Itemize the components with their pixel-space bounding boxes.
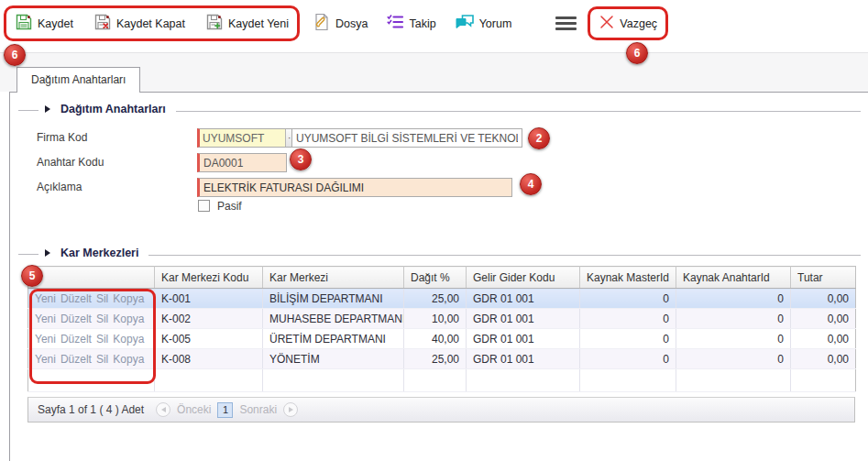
duzelt-link[interactable]: Düzelt (60, 313, 92, 325)
comments-icon (455, 13, 475, 34)
cell-masterid: 0 (580, 289, 676, 309)
save-new-icon (205, 13, 224, 34)
col-header-kar-merkezi[interactable]: Kar Merkezi (263, 267, 404, 289)
pasif-checkbox[interactable] (198, 200, 210, 212)
sil-link[interactable]: Sil (96, 333, 108, 346)
cell-dagit: 40,00 (404, 329, 467, 349)
annotation-badge-6-left: 6 (4, 44, 26, 66)
kar-merkezleri-grid: Kar Merkezi Kodu Kar Merkezi Dağıt % Gel… (27, 266, 856, 392)
yeni-link[interactable]: Yeni (35, 292, 56, 305)
cell-dagit: 25,00 (404, 349, 467, 369)
file-attachment-icon (313, 13, 331, 34)
grid-header-row: Kar Merkezi Kodu Kar Merkezi Dağıt % Gel… (28, 267, 856, 289)
firma-kod-field-wrap: ··· (197, 128, 302, 148)
kopya-link[interactable]: Kopya (113, 313, 144, 325)
legend-line-right (148, 255, 861, 256)
cell-anahtarid: 0 (676, 329, 791, 349)
row-actions-cell: YeniDüzeltSilKopya (28, 289, 155, 309)
previous-page-button[interactable]: Önceki (177, 403, 211, 416)
page-summary: Sayfa 1 of 1 ( 4 ) Adet (38, 403, 144, 416)
yeni-link[interactable]: Yeni (35, 313, 56, 325)
table-row[interactable]: YeniDüzeltSilKopya K-008 YÖNETİM 25,00 G… (28, 349, 856, 369)
sil-link[interactable]: Sil (96, 292, 108, 305)
col-header-actions (28, 267, 155, 289)
annotation-badge-5: 5 (21, 265, 43, 287)
table-row[interactable]: YeniDüzeltSilKopya K-002 MUHASEBE DEPART… (28, 309, 856, 329)
aciklama-label: Açıklama (37, 178, 82, 197)
cell-merkez: MUHASEBE DEPARTMANI (263, 309, 404, 329)
aciklama-input[interactable] (197, 178, 512, 197)
cell-tutar: 0,00 (791, 349, 856, 369)
toolbar: 6 Kaydet (0, 0, 868, 52)
collapse-arrow-icon[interactable] (45, 105, 50, 113)
duzelt-link[interactable]: Düzelt (60, 333, 92, 346)
kaydet-yeni-label: Kaydet Yeni (228, 17, 289, 30)
row-actions-cell: YeniDüzeltSilKopya (28, 349, 155, 369)
takip-button[interactable]: Takip (382, 10, 439, 37)
legend-line-right (176, 111, 861, 112)
yorum-button[interactable]: Yorum (451, 10, 516, 37)
cell-tutar: 0,00 (791, 329, 856, 349)
section-title: Kar Merkezleri (57, 247, 142, 259)
cell-tutar: 0,00 (791, 289, 856, 309)
col-header-tutar[interactable]: Tutar (791, 267, 856, 289)
section-header-dagitim-anahtarlari: Dağıtım Anahtarları (18, 103, 861, 115)
current-page-button[interactable]: 1 (217, 402, 233, 418)
firma-kod-input[interactable] (200, 129, 285, 147)
cell-kod: K-008 (155, 349, 263, 369)
col-header-kaynak-masterid[interactable]: Kaynak MasterId (580, 267, 676, 289)
checklist-icon (386, 13, 404, 34)
tab-dagitim-anahtarlari[interactable]: Dağıtım Anahtarları (16, 67, 140, 93)
duzelt-link[interactable]: Düzelt (60, 292, 92, 305)
collapse-arrow-icon[interactable] (45, 249, 50, 257)
anahtar-kodu-label: Anahtar Kodu (37, 153, 104, 172)
row-actions-cell: YeniDüzeltSilKopya (28, 309, 155, 329)
vazgec-group: 6 Vazgeç (588, 6, 668, 40)
cancel-x-icon (599, 14, 615, 33)
cell-tutar: 0,00 (791, 309, 856, 329)
next-page-button[interactable]: Sonraki (239, 403, 277, 416)
col-header-gelir-gider-kodu[interactable]: Gelir Gider Kodu (467, 267, 580, 289)
col-header-dagit[interactable]: Dağıt % (404, 267, 467, 289)
firma-adi-display[interactable] (291, 128, 522, 148)
kopya-link[interactable]: Kopya (113, 333, 144, 346)
kaydet-kapat-button[interactable]: Kaydet Kapat (90, 10, 189, 37)
duzelt-link[interactable]: Düzelt (60, 353, 92, 366)
kaydet-yeni-button[interactable]: Kaydet Yeni (202, 10, 292, 37)
dosya-label: Dosya (335, 17, 368, 30)
vazgec-label: Vazgeç (620, 17, 657, 30)
kaydet-kapat-label: Kaydet Kapat (116, 17, 185, 30)
cell-kod: K-005 (155, 329, 263, 349)
menu-icon[interactable] (554, 15, 578, 33)
cell-anahtarid: 0 (676, 289, 791, 309)
takip-label: Takip (409, 17, 435, 30)
sil-link[interactable]: Sil (96, 353, 108, 366)
cell-dagit: 25,00 (404, 289, 467, 309)
save-icon (15, 13, 33, 34)
table-row[interactable]: YeniDüzeltSilKopya K-005 ÜRETİM DEPARTMA… (28, 329, 856, 349)
kopya-link[interactable]: Kopya (113, 353, 144, 366)
cell-merkez: YÖNETİM (263, 349, 404, 369)
yeni-link[interactable]: Yeni (35, 333, 56, 346)
cell-anahtarid: 0 (676, 349, 791, 369)
dosya-button[interactable]: Dosya (309, 10, 371, 37)
previous-page-icon[interactable] (156, 402, 170, 417)
cell-masterid: 0 (580, 349, 676, 369)
kaydet-button[interactable]: Kaydet (11, 10, 77, 37)
grid-pagination: Sayfa 1 of 1 ( 4 ) Adet Önceki 1 Sonraki (27, 397, 855, 423)
cell-gelir-gider: GDR 01 001 (467, 309, 580, 329)
yeni-link[interactable]: Yeni (35, 353, 56, 366)
legend-line-left (18, 110, 38, 111)
sil-link[interactable]: Sil (96, 313, 108, 325)
col-header-kaynak-anahtarid[interactable]: Kaynak AnahtarId (676, 267, 791, 289)
section-title: Dağıtım Anahtarları (57, 103, 170, 115)
table-row[interactable]: YeniDüzeltSilKopya K-001 BİLİŞİM DEPARTM… (28, 289, 856, 309)
next-page-icon[interactable] (283, 402, 298, 417)
anahtar-kodu-input[interactable] (197, 153, 287, 172)
kaydet-label: Kaydet (38, 17, 73, 30)
col-header-kar-merkezi-kodu[interactable]: Kar Merkezi Kodu (155, 267, 263, 289)
vazgec-button[interactable]: Vazgeç (595, 11, 661, 36)
kopya-link[interactable]: Kopya (113, 292, 144, 305)
annotation-badge-3: 3 (290, 148, 312, 170)
firma-kod-label: Firma Kod (37, 128, 87, 148)
